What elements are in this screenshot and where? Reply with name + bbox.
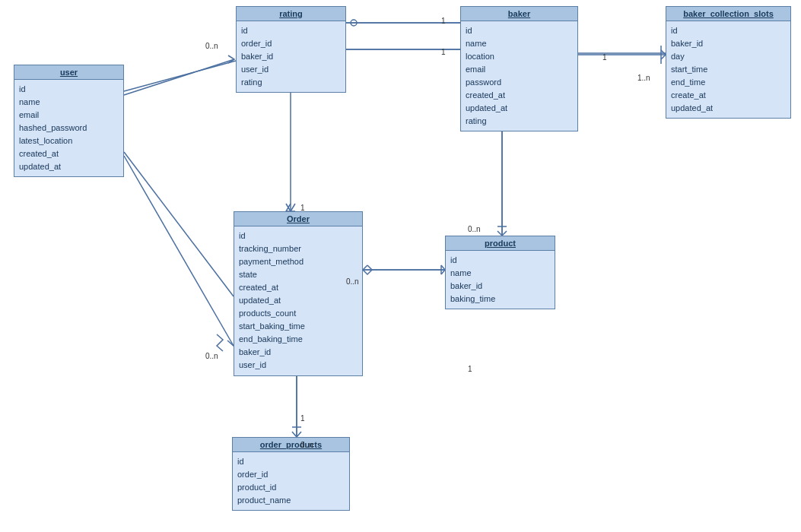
field-rating-id: id (241, 24, 341, 37)
entity-title-product: product (446, 236, 555, 251)
entity-body-user: idnameemailhashed_passwordlatest_locatio… (14, 80, 123, 176)
field-baker_collection_slots-baker_id: baker_id (671, 37, 786, 50)
field-order_products-product_id: product_id (237, 481, 345, 494)
relation-label-8: 1 (300, 414, 305, 423)
field-baker_collection_slots-create_at: create_at (671, 89, 786, 102)
field-baker_collection_slots-start_time: start_time (671, 63, 786, 76)
field-baker-rating: rating (466, 115, 573, 128)
field-order-id: id (239, 230, 358, 242)
relation-label-9: 0..n (300, 441, 313, 449)
entity-body-baker_collection_slots: idbaker_iddaystart_timeend_timecreate_at… (666, 21, 790, 118)
field-user-hashed_password: hashed_password (19, 122, 119, 135)
relation-label-0: 0..n (205, 42, 218, 50)
field-rating-rating: rating (241, 76, 341, 89)
field-baker-email: email (466, 63, 573, 76)
svg-line-14 (124, 59, 234, 95)
entity-baker_collection_slots: baker_collection_slotsidbaker_iddaystart… (666, 6, 791, 119)
svg-line-3 (124, 61, 236, 91)
field-order-created_at: created_at (239, 281, 358, 294)
field-user-id: id (19, 83, 119, 96)
entity-body-baker: idnamelocationemailpasswordcreated_atupd… (461, 21, 577, 131)
relation-label-3: 1 (300, 204, 305, 212)
field-order_products-order_id: order_id (237, 468, 345, 481)
svg-line-10 (291, 204, 295, 211)
entity-title-order: Order (234, 212, 362, 226)
erd-diagram: useridnameemailhashed_passwordlatest_loc… (0, 0, 801, 532)
field-baker_collection_slots-updated_at: updated_at (671, 102, 786, 115)
relation-label-11: 1 (602, 53, 607, 62)
entity-rating: ratingidorder_idbaker_iduser_idrating (236, 6, 346, 93)
field-user-name: name (19, 96, 119, 109)
entity-body-product: idnamebaker_idbaking_time (446, 251, 555, 309)
field-user-latest_location: latest_location (19, 135, 119, 147)
field-order-updated_at: updated_at (239, 294, 358, 307)
field-product-baker_id: baker_id (450, 280, 550, 293)
entity-order: Orderidtracking_numberpayment_methodstat… (234, 211, 363, 376)
relation-label-5: 0..n (205, 352, 218, 360)
field-order_products-product_name: product_name (237, 494, 345, 507)
relation-label-10: 1..n (637, 74, 650, 82)
entity-body-rating: idorder_idbaker_iduser_idrating (237, 21, 345, 92)
field-baker-name: name (466, 37, 573, 50)
field-order-tracking_number: tracking_number (239, 242, 358, 255)
field-order-user_id: user_id (239, 359, 358, 372)
field-baker-location: location (466, 50, 573, 63)
svg-line-4 (124, 152, 234, 296)
field-order-products_count: products_count (239, 307, 358, 320)
svg-line-15 (124, 156, 234, 346)
field-rating-order_id: order_id (241, 37, 341, 50)
relation-label-2: 1 (441, 48, 446, 56)
field-order-baker_id: baker_id (239, 346, 358, 359)
entity-title-baker: baker (461, 7, 577, 21)
entity-order_products: order_productsidorder_idproduct_idproduc… (232, 437, 350, 511)
field-baker-updated_at: updated_at (466, 102, 573, 115)
field-user-created_at: created_at (19, 147, 119, 160)
field-user-email: email (19, 109, 119, 122)
field-order-end_baking_time: end_baking_time (239, 333, 358, 346)
field-order-payment_method: payment_method (239, 255, 358, 268)
entity-title-user: user (14, 65, 123, 80)
entity-user: useridnameemailhashed_passwordlatest_loc… (14, 65, 124, 177)
relation-label-1: 1 (441, 17, 446, 25)
relation-label-7: 0..n (468, 225, 481, 233)
entity-body-order: idtracking_numberpayment_methodstatecrea… (234, 226, 362, 375)
field-baker_collection_slots-end_time: end_time (671, 76, 786, 89)
field-baker-id: id (466, 24, 573, 37)
relation-label-4: 0..n (346, 277, 359, 286)
entity-title-baker_collection_slots: baker_collection_slots (666, 7, 790, 21)
relation-label-6: 1 (468, 365, 472, 373)
field-baker_collection_slots-day: day (671, 50, 786, 63)
field-product-baking_time: baking_time (450, 293, 550, 306)
entity-title-rating: rating (237, 7, 345, 21)
field-baker-password: password (466, 76, 573, 89)
field-user-updated_at: updated_at (19, 160, 119, 173)
field-baker_collection_slots-id: id (671, 24, 786, 37)
entity-title-order_products: order_products (233, 438, 349, 452)
entity-body-order_products: idorder_idproduct_idproduct_name (233, 452, 349, 510)
svg-point-12 (351, 20, 357, 26)
svg-line-9 (286, 204, 291, 211)
field-product-name: name (450, 267, 550, 280)
field-baker-created_at: created_at (466, 89, 573, 102)
field-rating-user_id: user_id (241, 63, 341, 76)
entity-product: productidnamebaker_idbaking_time (445, 236, 555, 309)
field-product-id: id (450, 254, 550, 267)
entity-baker: bakeridnamelocationemailpasswordcreated_… (460, 6, 578, 131)
field-order_products-id: id (237, 455, 345, 468)
field-order-state: state (239, 268, 358, 281)
field-order-start_baking_time: start_baking_time (239, 320, 358, 333)
field-rating-baker_id: baker_id (241, 50, 341, 63)
